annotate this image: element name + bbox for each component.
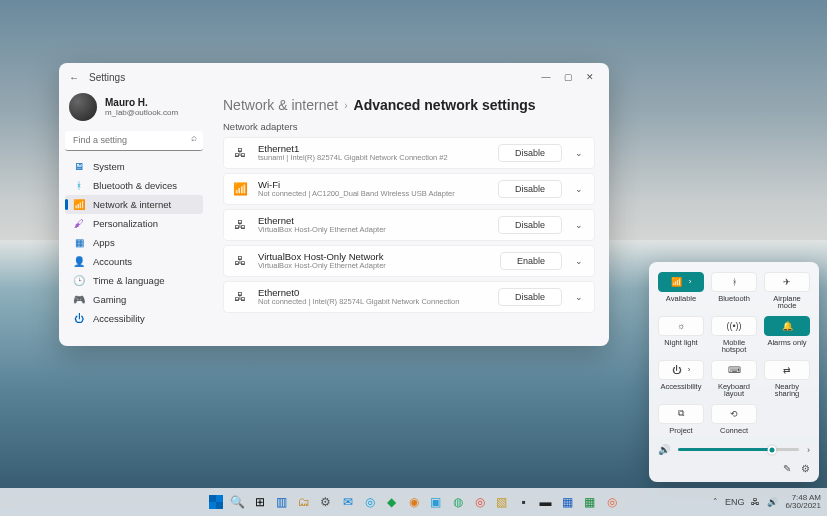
tray-chevron-icon[interactable]: ˄ [713, 497, 718, 507]
quick-button[interactable]: ᚼ [711, 272, 757, 292]
nav-item-personalization[interactable]: 🖌Personalization [65, 214, 203, 233]
app-icon-6[interactable]: ▪ [515, 493, 533, 511]
taskbar-search-icon[interactable]: 🔍 [229, 493, 247, 511]
adapter-toggle-button[interactable]: Disable [498, 180, 562, 198]
terminal-icon[interactable]: ▬ [537, 493, 555, 511]
nav-item-time-language[interactable]: 🕒Time & language [65, 271, 203, 290]
quick-tile-project: ⧉Project [658, 404, 704, 435]
chrome-icon[interactable]: ◎ [471, 493, 489, 511]
maximize-button[interactable]: ▢ [557, 68, 579, 86]
speaker-icon: 🔊 [658, 444, 670, 455]
chevron-down-icon[interactable]: ⌄ [572, 148, 586, 158]
settings-gear-icon[interactable]: ⚙ [801, 463, 810, 474]
section-label: Network adapters [223, 121, 595, 132]
app-icon-3[interactable]: ▣ [427, 493, 445, 511]
quick-button[interactable]: ((•)) [711, 316, 757, 336]
quick-tile-mobile-hotspot: ((•))Mobile hotspot [711, 316, 757, 354]
search-icon: ⌕ [191, 132, 197, 143]
tray-lang[interactable]: ENG [725, 497, 745, 507]
volume-row: 🔊 › [658, 444, 810, 455]
settings-icon[interactable]: ⚙ [317, 493, 335, 511]
breadcrumb-root[interactable]: Network & internet [223, 97, 338, 113]
nav-icon: 📶 [73, 199, 85, 210]
app-icon-5[interactable]: ▧ [493, 493, 511, 511]
edit-quick-icon[interactable]: ✎ [783, 463, 791, 474]
quick-button[interactable]: ⏻› [658, 360, 704, 380]
taskbar-clock[interactable]: 7:48 AM 6/30/2021 [785, 494, 821, 511]
nav-item-system[interactable]: 🖥System [65, 157, 203, 176]
quick-button[interactable]: ☼ [658, 316, 704, 336]
profile-block[interactable]: Mauro H. m_lab@outlook.com [65, 91, 203, 129]
quick-tile-nearby-sharing: ⇄Nearby sharing [764, 360, 810, 398]
adapter-toggle-button[interactable]: Enable [500, 252, 562, 270]
avatar [69, 93, 97, 121]
quick-tile-available: 📶›Available [658, 272, 704, 310]
quick-icon: ⧉ [678, 408, 684, 419]
search-input[interactable] [65, 131, 203, 151]
quick-button[interactable]: ⇄ [764, 360, 810, 380]
adapter-row: 📶Wi-FiNot connected | AC1200_Dual Band W… [223, 173, 595, 205]
adapter-toggle-button[interactable]: Disable [498, 288, 562, 306]
search-container: ⌕ [65, 129, 203, 151]
start-button[interactable] [207, 493, 225, 511]
app-icon-2[interactable]: ◉ [405, 493, 423, 511]
excel-icon[interactable]: ▦ [581, 493, 599, 511]
quick-button[interactable]: ⌨ [711, 360, 757, 380]
quick-grid: 📶›AvailableᚼBluetooth✈Airplane mode☼Nigh… [658, 272, 810, 435]
nav-item-accounts[interactable]: 👤Accounts [65, 252, 203, 271]
chevron-down-icon[interactable]: ⌄ [572, 220, 586, 230]
quick-button[interactable]: 📶› [658, 272, 704, 292]
nav-label: Gaming [93, 294, 126, 305]
minimize-button[interactable]: — [535, 68, 557, 86]
task-view-icon[interactable]: ⊞ [251, 493, 269, 511]
quick-tile-bluetooth: ᚼBluetooth [711, 272, 757, 310]
nav-icon: 🖥 [73, 161, 85, 172]
adapter-toggle-button[interactable]: Disable [498, 216, 562, 234]
nav-item-bluetooth-devices[interactable]: ᚼBluetooth & devices [65, 176, 203, 195]
adapter-icon: 🖧 [232, 254, 248, 268]
chevron-down-icon[interactable]: ⌄ [572, 292, 586, 302]
nav-icon: 🖌 [73, 218, 85, 229]
volume-slider[interactable] [678, 448, 799, 451]
close-button[interactable]: ✕ [579, 68, 601, 86]
adapter-subtitle: VirtualBox Host-Only Ethernet Adapter [258, 262, 490, 270]
tray-volume-icon[interactable]: 🔊 [767, 497, 778, 507]
nav-icon: ⏻ [73, 313, 85, 324]
quick-button[interactable]: ⧉ [658, 404, 704, 424]
adapter-title: Ethernet1 [258, 144, 488, 154]
app-icon-4[interactable]: ◍ [449, 493, 467, 511]
nav-item-network-internet[interactable]: 📶Network & internet [65, 195, 203, 214]
nav-icon: 🕒 [73, 275, 85, 286]
quick-icon: ⇄ [783, 365, 791, 375]
nav-label: Accessibility [93, 313, 145, 324]
edge-icon[interactable]: ◎ [361, 493, 379, 511]
quick-button[interactable]: ✈ [764, 272, 810, 292]
explorer-icon[interactable]: 🗂 [295, 493, 313, 511]
nav-item-apps[interactable]: ▦Apps [65, 233, 203, 252]
adapter-title: VirtualBox Host-Only Network [258, 252, 490, 262]
breadcrumb-leaf: Advanced network settings [354, 97, 536, 113]
quick-button[interactable]: ⟲ [711, 404, 757, 424]
chevron-down-icon[interactable]: ⌄ [572, 184, 586, 194]
volume-expand[interactable]: › [807, 445, 810, 455]
nav-label: Apps [93, 237, 115, 248]
firefox-icon[interactable]: ◎ [603, 493, 621, 511]
quick-button[interactable]: 🔔 [764, 316, 810, 336]
tray-network-icon[interactable]: 🖧 [751, 497, 760, 507]
back-button[interactable]: ← [67, 72, 81, 83]
nav-icon: 👤 [73, 256, 85, 267]
adapter-toggle-button[interactable]: Disable [498, 144, 562, 162]
adapter-icon: 🖧 [232, 290, 248, 304]
quick-icon: 📶 [671, 277, 682, 287]
nav-item-accessibility[interactable]: ⏻Accessibility [65, 309, 203, 328]
app-icon-1[interactable]: ◆ [383, 493, 401, 511]
adapter-subtitle: Not connected | Intel(R) 82574L Gigabit … [258, 298, 488, 306]
widgets-icon[interactable]: ▥ [273, 493, 291, 511]
quick-icon: ⏻ [672, 365, 681, 375]
nav-icon: 🎮 [73, 294, 85, 305]
word-icon[interactable]: ▦ [559, 493, 577, 511]
nav-item-gaming[interactable]: 🎮Gaming [65, 290, 203, 309]
chevron-down-icon[interactable]: ⌄ [572, 256, 586, 266]
mail-icon[interactable]: ✉ [339, 493, 357, 511]
adapter-row: 🖧Ethernet1tsunami | Intel(R) 82574L Giga… [223, 137, 595, 169]
